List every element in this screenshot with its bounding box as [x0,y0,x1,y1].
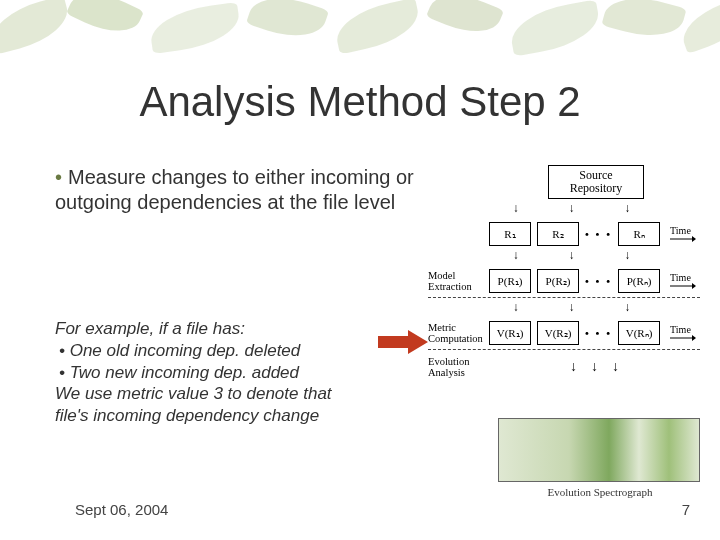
bullet-block: •Measure changes to either incoming or o… [55,165,415,215]
spectrograph-caption: Evolution Spectrograph [500,486,700,498]
slide-title: Analysis Method Step 2 [0,78,720,126]
bullet-text: Measure changes to either incoming or ou… [55,166,414,213]
stage-label-extraction: Model Extraction [428,270,483,292]
footer-date: Sept 06, 2004 [75,501,168,518]
r2-box: R₂ [537,222,579,246]
svg-marker-2 [692,236,696,242]
footer-page-number: 7 [682,501,690,518]
example-tail-1: We use metric value 3 to denote that [55,383,435,405]
evolution-spectrograph-image [498,418,700,482]
vrn-box: V(Rₙ) [618,321,660,345]
r1-box: R₁ [489,222,531,246]
source-repository-box: Source Repository [548,165,644,199]
workflow-figure: Source Repository ↓↓↓ R₁ R₂ • • • Rₙ Tim… [428,165,700,378]
pr2-box: P(R₂) [537,269,579,293]
ellipsis: • • • [585,228,612,240]
ellipsis: • • • [585,327,612,339]
bullet-marker: • [55,166,62,188]
svg-marker-0 [378,330,428,354]
decorative-leaf-border [0,0,720,60]
vr2-box: V(R₂) [537,321,579,345]
time-label: Time [670,272,691,283]
rn-box: Rₙ [618,222,660,246]
prn-box: P(Rₙ) [618,269,660,293]
stage-label-metric: Metric Computation [428,322,483,344]
vr1-box: V(R₁) [489,321,531,345]
svg-marker-6 [692,335,696,341]
svg-marker-4 [692,283,696,289]
stage-label-evolution: Evolution Analysis [428,356,483,378]
example-tail-2: file's incoming dependency change [55,405,435,427]
pr1-box: P(R₁) [489,269,531,293]
example-item-2: • Two new incoming dep. added [59,362,435,384]
ellipsis: • • • [585,275,612,287]
time-label: Time [670,324,691,335]
time-label: Time [670,225,691,236]
highlight-arrow-icon [378,330,430,354]
